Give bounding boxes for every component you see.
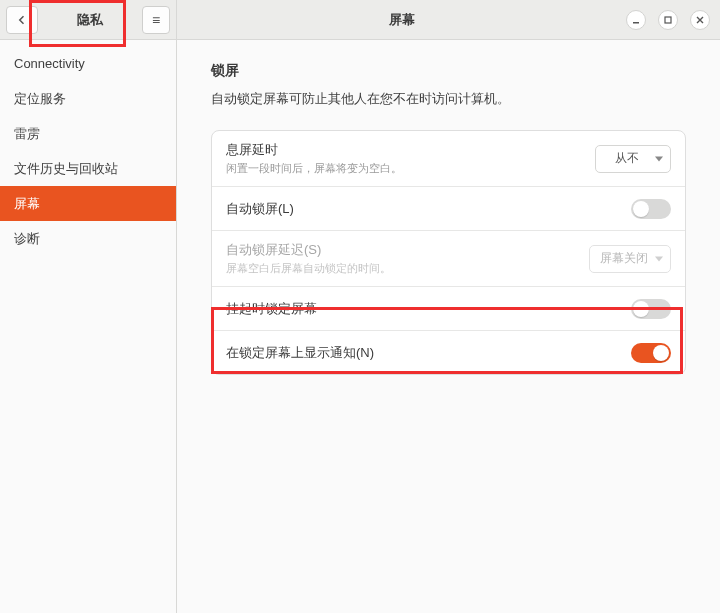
sidebar-item-label: 定位服务 [14,90,66,108]
section-desc: 自动锁定屏幕可防止其他人在您不在时访问计算机。 [211,90,686,108]
row-text: 息屏延时 闲置一段时间后，屏幕将变为空白。 [226,141,585,176]
row-blank-delay: 息屏延时 闲置一段时间后，屏幕将变为空白。 从不 [212,131,685,186]
row-text: 自动锁屏(L) [226,200,621,218]
row-label: 息屏延时 [226,141,585,159]
sidebar-item-screen[interactable]: 屏幕 [0,186,176,221]
minimize-button[interactable] [626,10,646,30]
sidebar-item-thunderbolt[interactable]: 雷雳 [0,116,176,151]
row-text: 挂起时锁定屏幕 [226,300,621,318]
lock-delay-combo: 屏幕关闭 [589,245,671,273]
sidebar: 隐私 ≡ Connectivity 定位服务 雷雳 文件历史与回收站 屏幕 诊断 [0,0,177,613]
row-lock-delay: 自动锁屏延迟(S) 屏幕空白后屏幕自动锁定的时间。 屏幕关闭 [212,230,685,286]
switch-knob [653,345,669,361]
sidebar-item-location[interactable]: 定位服务 [0,81,176,116]
row-sub: 闲置一段时间后，屏幕将变为空白。 [226,161,585,176]
page-title: 屏幕 [177,11,626,29]
sidebar-item-label: 文件历史与回收站 [14,160,118,178]
row-text: 自动锁屏延迟(S) 屏幕空白后屏幕自动锁定的时间。 [226,241,579,276]
settings-group: 息屏延时 闲置一段时间后，屏幕将变为空白。 从不 自动锁屏(L) [211,130,686,375]
sidebar-item-label: 屏幕 [14,195,40,213]
svg-rect-1 [665,17,671,23]
row-notif-lock: 在锁定屏幕上显示通知(N) [212,330,685,374]
close-icon [695,15,705,25]
sidebar-list: Connectivity 定位服务 雷雳 文件历史与回收站 屏幕 诊断 [0,46,176,256]
row-suspend-lock: 挂起时锁定屏幕 [212,286,685,330]
minimize-icon [631,15,641,25]
notif-lock-switch[interactable] [631,343,671,363]
auto-lock-switch[interactable] [631,199,671,219]
row-auto-lock: 自动锁屏(L) [212,186,685,230]
sidebar-item-diagnostics[interactable]: 诊断 [0,221,176,256]
switch-knob [633,301,649,317]
window-controls [626,10,720,30]
svg-rect-0 [633,22,639,24]
menu-icon: ≡ [152,12,160,28]
row-label: 挂起时锁定屏幕 [226,300,621,318]
back-button[interactable] [6,6,38,34]
sidebar-item-connectivity[interactable]: Connectivity [0,46,176,81]
settings-window: 隐私 ≡ Connectivity 定位服务 雷雳 文件历史与回收站 屏幕 诊断 [0,0,720,613]
sidebar-item-label: Connectivity [14,56,85,71]
sidebar-item-label: 雷雳 [14,125,40,143]
close-button[interactable] [690,10,710,30]
maximize-icon [663,15,673,25]
combo-value: 从不 [615,150,639,167]
suspend-lock-switch[interactable] [631,299,671,319]
switch-knob [633,201,649,217]
main-header: 屏幕 [177,0,720,40]
content-area: 锁屏 自动锁定屏幕可防止其他人在您不在时访问计算机。 息屏延时 闲置一段时间后，… [177,40,720,385]
sidebar-header: 隐私 ≡ [0,0,176,40]
row-sub: 屏幕空白后屏幕自动锁定的时间。 [226,261,579,276]
sidebar-item-file-history[interactable]: 文件历史与回收站 [0,151,176,186]
chevron-left-icon [16,14,28,26]
row-label: 自动锁屏(L) [226,200,621,218]
combo-value: 屏幕关闭 [600,250,648,267]
maximize-button[interactable] [658,10,678,30]
row-label: 自动锁屏延迟(S) [226,241,579,259]
row-text: 在锁定屏幕上显示通知(N) [226,344,621,362]
hamburger-button[interactable]: ≡ [142,6,170,34]
blank-delay-combo[interactable]: 从不 [595,145,671,173]
row-label: 在锁定屏幕上显示通知(N) [226,344,621,362]
sidebar-title: 隐私 [38,11,142,29]
section-title: 锁屏 [211,62,686,80]
sidebar-item-label: 诊断 [14,230,40,248]
main-pane: 屏幕 锁屏 自动锁定屏幕可防止其他人在您不在时访问计算机。 息屏延时 [177,0,720,613]
